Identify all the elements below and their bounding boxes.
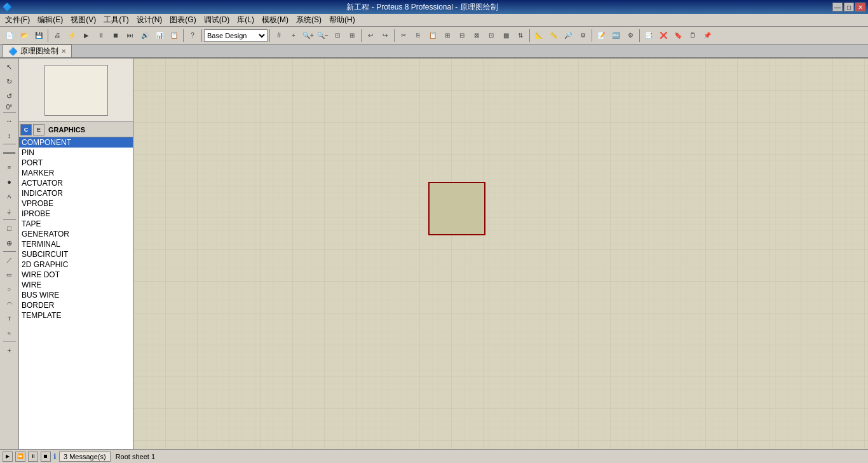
menu-debug[interactable]: 调试(D) (200, 14, 234, 26)
tb-btn4[interactable]: ⏸ (94, 29, 108, 43)
draw-rect[interactable]: ▭ (3, 268, 17, 282)
rotate-cw-tool[interactable]: ↻ (3, 74, 17, 88)
zoom-in-btn[interactable]: 🔍+ (301, 29, 315, 43)
list-item-pin[interactable]: PIN (19, 148, 133, 158)
open-button[interactable]: 📂 (17, 29, 31, 43)
close-button[interactable]: ✕ (855, 3, 865, 11)
component-tool[interactable]: □ (3, 221, 17, 235)
pause-button[interactable]: ⏸ (28, 452, 38, 462)
menu-help[interactable]: 帮助(H) (325, 14, 359, 26)
list-item-wire[interactable]: WIRE (19, 280, 133, 290)
rotate-ccw-tool[interactable]: ↺ (3, 89, 17, 103)
list-item-terminal[interactable]: TERMINAL (19, 239, 133, 249)
list-item-port[interactable]: PORT (19, 158, 133, 168)
list-item-tape[interactable]: TAPE (19, 219, 133, 229)
zoom-all-btn[interactable]: ⊡ (330, 29, 344, 43)
menu-design[interactable]: 设计(N) (133, 14, 166, 26)
maximize-button[interactable]: □ (844, 3, 854, 11)
list-item-marker[interactable]: MARKER (19, 168, 133, 178)
draw-sym[interactable]: ≈ (3, 326, 17, 340)
list-item-border[interactable]: BORDER (19, 300, 133, 310)
wire-tool[interactable]: ═══ (3, 146, 17, 160)
tb-misc1[interactable]: ⊞ (440, 29, 454, 43)
print-button[interactable]: 🖨 (50, 29, 64, 43)
draw-circle[interactable]: ○ (3, 282, 17, 296)
tb-r2[interactable]: 📏 (546, 29, 560, 43)
menu-lib[interactable]: 库(L) (233, 14, 258, 26)
tb-btn8[interactable]: 📊 (153, 29, 166, 43)
minimize-button[interactable]: — (832, 3, 843, 11)
menu-system[interactable]: 系统(S) (292, 14, 325, 26)
tb-f4[interactable]: 🗒 (686, 29, 700, 43)
tb-f1[interactable]: 📑 (642, 29, 656, 43)
save-button[interactable]: 💾 (32, 29, 46, 43)
new-button[interactable]: 📄 (3, 29, 17, 43)
select-tool[interactable]: ↖ (3, 60, 17, 74)
power-tool[interactable]: ⏚ (3, 204, 17, 218)
list-item-iprobe[interactable]: IPROBE (19, 209, 133, 219)
menu-template[interactable]: 模板(M) (258, 14, 292, 26)
list-item-bus-wire[interactable]: BUS WIRE (19, 290, 133, 300)
list-item-actuator[interactable]: ACTUATOR (19, 178, 133, 188)
menu-file[interactable]: 文件(F) (1, 14, 34, 26)
tb-misc3[interactable]: ⊠ (470, 29, 484, 43)
mirror-v-tool[interactable]: ↕ (3, 128, 17, 142)
tb-e2[interactable]: 🔤 (609, 29, 623, 43)
component-list[interactable]: COMPONENTPINPORTMARKERACTUATORINDICATORV… (19, 137, 133, 449)
draw-arc[interactable]: ◠ (3, 297, 17, 311)
tb-btn3[interactable]: ▶ (79, 29, 93, 43)
add-btn[interactable]: + (3, 343, 17, 357)
list-item-subcircuit[interactable]: SUBCIRCUIT (19, 249, 133, 259)
tb-r1[interactable]: 📐 (532, 29, 546, 43)
undo-button[interactable]: ↩ (363, 29, 377, 43)
tb-misc5[interactable]: ▦ (499, 29, 513, 43)
schematic-tab[interactable]: 🔷 原理图绘制 ✕ (3, 45, 72, 57)
tb-f3[interactable]: 🔖 (671, 29, 685, 43)
tb-btn5[interactable]: ⏹ (109, 29, 123, 43)
play-button[interactable]: ▶ (3, 452, 13, 462)
menu-view[interactable]: 视图(V) (67, 14, 100, 26)
tb-misc4[interactable]: ⊡ (484, 29, 498, 43)
copy-button[interactable]: ⎘ (411, 29, 425, 43)
tb-btn2[interactable]: ⚡ (65, 29, 79, 43)
paste-button[interactable]: 📋 (426, 29, 440, 43)
tb-f5[interactable]: 📌 (700, 29, 714, 43)
component-mode-btn[interactable]: C (20, 124, 32, 135)
probe-tool[interactable]: ⊕ (3, 236, 17, 250)
tb-f2[interactable]: ❌ (656, 29, 670, 43)
play-step-button[interactable]: ⏩ (15, 452, 25, 462)
draw-text[interactable]: T (3, 312, 17, 326)
list-item-generator[interactable]: GENERATOR (19, 229, 133, 239)
list-item-indicator[interactable]: INDICATOR (19, 188, 133, 198)
cut-button[interactable]: ✂ (397, 29, 410, 43)
menu-edit[interactable]: 编辑(E) (34, 14, 67, 26)
junction-tool[interactable]: ● (3, 175, 17, 189)
draw-line[interactable]: ／ (3, 253, 17, 267)
zoom-out-btn[interactable]: 🔍− (316, 29, 330, 43)
tb-r4[interactable]: ⚙ (576, 29, 590, 43)
tb-btn9[interactable]: 📋 (167, 29, 181, 43)
menu-tools[interactable]: 工具(T) (100, 14, 132, 26)
design-dropdown[interactable]: Base Design (204, 29, 268, 42)
redo-button[interactable]: ↪ (378, 29, 392, 43)
mirror-h-tool[interactable]: ↔ (3, 114, 17, 128)
bus-tool[interactable]: ≡ (3, 160, 17, 174)
tb-r3[interactable]: 🔎 (561, 29, 575, 43)
menu-graph[interactable]: 图表(G) (166, 14, 200, 26)
list-item-wire-dot[interactable]: WIRE DOT (19, 270, 133, 280)
grid-button[interactable]: # (272, 29, 286, 43)
zoom-area-btn[interactable]: ⊞ (345, 29, 359, 43)
label-tool[interactable]: A (3, 190, 17, 204)
tb-e3[interactable]: ⚙ (623, 29, 637, 43)
stop-button[interactable]: ⏹ (41, 452, 51, 462)
tb-btn6[interactable]: ⏭ (123, 29, 137, 43)
tb-plus[interactable]: + (287, 29, 301, 43)
list-item-2d-graphic[interactable]: 2D GRAPHIC (19, 259, 133, 270)
tb-btn7[interactable]: 🔊 (138, 29, 152, 43)
tb-e1[interactable]: 📝 (594, 29, 608, 43)
tb-misc2[interactable]: ⊟ (455, 29, 469, 43)
list-item-template[interactable]: TEMPLATE (19, 310, 133, 321)
canvas-area[interactable] (133, 59, 868, 449)
tb-misc6[interactable]: ⇅ (513, 29, 527, 43)
list-item-vprobe[interactable]: VPROBE (19, 198, 133, 209)
